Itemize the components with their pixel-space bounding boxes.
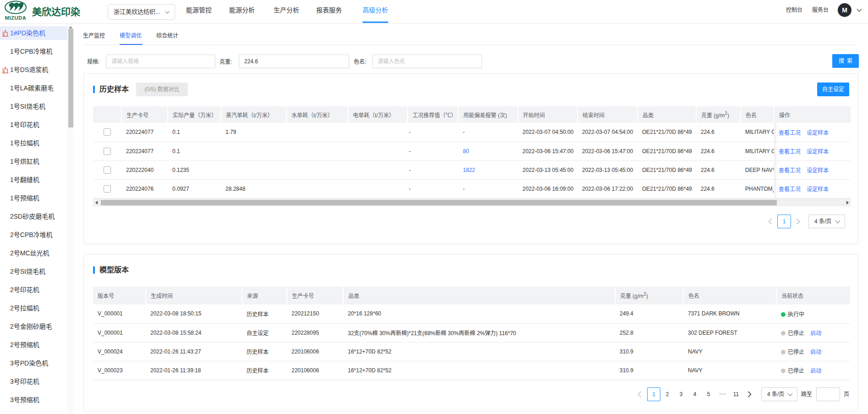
svg-text:MIZUDA: MIZUDA [5, 15, 26, 21]
